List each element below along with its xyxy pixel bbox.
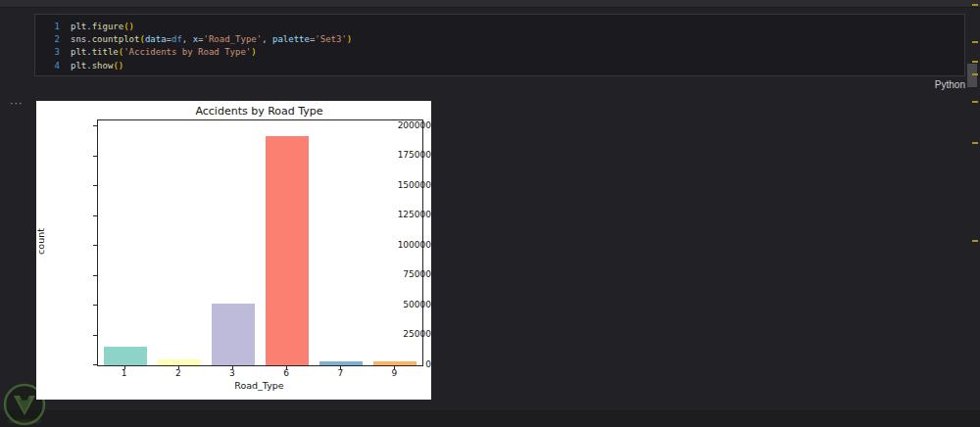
ruler-warning-marker	[972, 142, 978, 144]
ruler-warning-marker	[972, 240, 978, 242]
line-number: 1	[35, 21, 60, 33]
y-tick-label: 75000	[376, 269, 431, 280]
output-collapse-button[interactable]: ···	[10, 97, 24, 110]
y-tick-label: 150000	[376, 180, 431, 191]
x-tick-label: 9	[374, 368, 414, 378]
x-tick-label: 3	[213, 368, 252, 378]
y-tick-mark	[93, 305, 97, 306]
y-axis-label: count	[35, 222, 46, 261]
ruler-warning-marker	[972, 101, 978, 103]
x-tick-mark	[178, 365, 179, 369]
code-text: sns.countplot(data=df, x='Road_Type', pa…	[71, 33, 352, 46]
x-tick-mark	[124, 365, 125, 369]
x-tick-label: 6	[267, 368, 306, 378]
y-tick-label: 25000	[376, 329, 431, 340]
line-number: 2	[35, 33, 60, 46]
bar-road-type-1	[104, 347, 147, 365]
code-line: 1plt.figure()	[35, 21, 964, 33]
bar-road-type-3	[212, 304, 255, 365]
plot-area	[97, 119, 423, 366]
line-number: 4	[35, 60, 60, 72]
x-tick-label: 7	[320, 368, 360, 378]
x-tick-mark	[286, 365, 287, 369]
code-text: plt.show()	[71, 60, 123, 72]
chart-title: Accidents by Road Type	[97, 105, 421, 118]
code-line: 2sns.countplot(data=df, x='Road_Type', p…	[35, 33, 964, 46]
notebook-page: 1plt.figure()2sns.countplot(data=df, x='…	[0, 0, 980, 427]
y-tick-mark	[93, 335, 97, 336]
code-text: plt.title('Accidents by Road Type')	[71, 46, 257, 59]
x-tick-mark	[232, 365, 233, 369]
code-line: 4plt.show()	[35, 60, 964, 72]
top-toolbar-strip	[0, 0, 980, 8]
x-tick-mark	[394, 365, 395, 369]
y-tick-label: 100000	[376, 240, 431, 251]
y-tick-label: 125000	[376, 210, 431, 220]
scrollbar-thumb[interactable]	[967, 64, 977, 87]
y-tick-mark	[93, 156, 97, 157]
y-tick-label: 50000	[376, 300, 431, 310]
x-tick-mark	[340, 365, 341, 369]
watermark-caption	[8, 420, 41, 423]
bottom-strip	[0, 410, 980, 427]
code-line: 3plt.title('Accidents by Road Type')	[35, 46, 964, 59]
line-number: 3	[35, 46, 60, 59]
ruler-warning-marker	[972, 41, 978, 43]
y-tick-mark	[93, 275, 97, 276]
ruler-warning-marker	[972, 73, 978, 75]
chart-figure: Accidents by Road Type count 02500050000…	[36, 101, 431, 400]
code-cell[interactable]: 1plt.figure()2sns.countplot(data=df, x='…	[34, 14, 965, 76]
y-tick-mark	[93, 215, 97, 216]
code-editor[interactable]: 1plt.figure()2sns.countplot(data=df, x='…	[35, 15, 964, 72]
ruler-warning-marker	[972, 4, 978, 6]
x-tick-label: 2	[159, 368, 198, 378]
ruler-warning-marker	[972, 61, 978, 63]
y-tick-mark	[93, 125, 97, 126]
y-tick-label: 175000	[376, 150, 431, 161]
y-tick-mark	[93, 364, 97, 365]
y-tick-label: 200000	[376, 120, 431, 131]
x-axis-label: Road_Type	[97, 380, 421, 391]
bar-road-type-6	[266, 136, 309, 365]
x-tick-label: 1	[105, 368, 144, 378]
y-tick-mark	[93, 185, 97, 186]
cell-language-picker[interactable]: Python	[935, 79, 965, 90]
y-tick-mark	[93, 245, 97, 246]
code-text: plt.figure()	[71, 21, 134, 33]
